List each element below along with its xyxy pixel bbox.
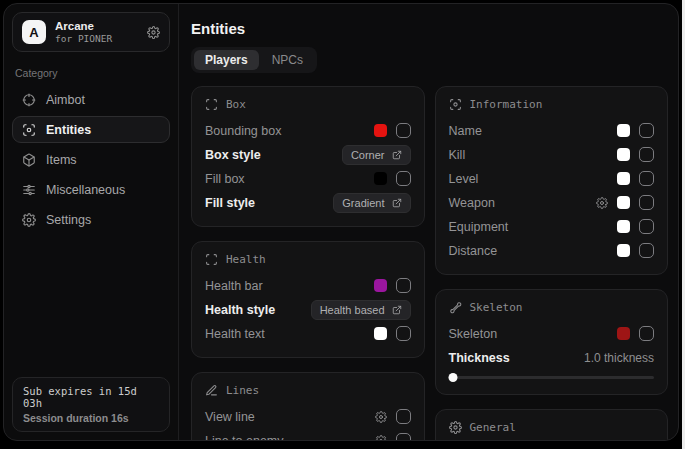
- card-general: General Visibility check Max distance: [435, 409, 669, 440]
- slider-track: [449, 376, 655, 379]
- weapon-checkbox[interactable]: [639, 195, 654, 210]
- row-thickness: Thickness 1.0 thickness: [449, 346, 655, 369]
- sidebar-item-miscellaneous[interactable]: Miscellaneous: [12, 176, 170, 203]
- gear-icon[interactable]: [596, 197, 608, 209]
- row-box-style: Box style Corner: [205, 143, 411, 166]
- row-equipment: Equipment: [449, 215, 655, 238]
- session-duration-text: Session duration 16s: [23, 412, 159, 424]
- row-label: Thickness: [449, 351, 510, 365]
- row-label: Health bar: [205, 279, 263, 293]
- card-health-header: Health: [205, 253, 411, 266]
- fill-style-dropdown[interactable]: Gradient: [333, 193, 410, 213]
- color-swatch[interactable]: [374, 279, 387, 292]
- main-panel: Entities Players NPCs Box Bounding box: [179, 4, 678, 440]
- bone-icon: [449, 301, 462, 314]
- view-line-checkbox[interactable]: [396, 409, 411, 424]
- subscription-info: Sub expires in 15d 03h Session duration …: [12, 377, 170, 432]
- row-label: View line: [205, 410, 255, 424]
- tab-players[interactable]: Players: [194, 50, 259, 70]
- equipment-checkbox[interactable]: [639, 219, 654, 234]
- health-style-dropdown[interactable]: Health based: [311, 300, 411, 320]
- brand-card: A Arcane for PIONER: [12, 12, 170, 52]
- sidebar-item-label: Entities: [46, 123, 91, 137]
- thickness-slider[interactable]: [449, 372, 655, 382]
- gear-icon[interactable]: [375, 435, 387, 441]
- sliders-icon: [22, 183, 36, 197]
- brand-logo: A: [22, 20, 46, 44]
- line-to-enemy-checkbox[interactable]: [396, 433, 411, 440]
- sidebar-item-label: Aimbot: [46, 93, 85, 107]
- scan-eye-icon: [449, 98, 462, 111]
- color-swatch[interactable]: [617, 148, 630, 161]
- sub-expiry-text: Sub expires in 15d 03h: [23, 385, 159, 409]
- row-label: Skeleton: [449, 327, 498, 341]
- color-swatch[interactable]: [617, 244, 630, 257]
- card-title: General: [470, 421, 516, 434]
- row-skeleton: Skeleton: [449, 322, 655, 345]
- row-distance: Distance: [449, 239, 655, 262]
- card-title: Box: [226, 98, 246, 111]
- card-skeleton: Skeleton Skeleton Thickness 1.0 thicknes…: [435, 289, 669, 395]
- app-window: A Arcane for PIONER Category Aimbot Enti…: [3, 3, 679, 441]
- color-swatch[interactable]: [617, 196, 630, 209]
- card-general-header: General: [449, 421, 655, 434]
- card-box-header: Box: [205, 98, 411, 111]
- card-health: Health Health bar Health style Health ba…: [191, 241, 425, 358]
- thickness-value: 1.0 thickness: [584, 351, 654, 365]
- color-swatch[interactable]: [617, 124, 630, 137]
- color-swatch[interactable]: [617, 220, 630, 233]
- color-swatch[interactable]: [617, 172, 630, 185]
- level-checkbox[interactable]: [639, 171, 654, 186]
- brand-subtitle: for PIONER: [55, 33, 138, 45]
- expand-icon: [392, 198, 402, 208]
- gear-icon[interactable]: [375, 411, 387, 423]
- card-title: Health: [226, 253, 266, 266]
- distance-checkbox[interactable]: [639, 243, 654, 258]
- dropdown-value: Health based: [320, 304, 385, 316]
- sidebar-item-aimbot[interactable]: Aimbot: [12, 86, 170, 113]
- fill-box-checkbox[interactable]: [396, 171, 411, 186]
- color-swatch[interactable]: [374, 124, 387, 137]
- color-swatch[interactable]: [374, 327, 387, 340]
- expand-icon: [392, 305, 402, 315]
- card-information-header: Information: [449, 98, 655, 111]
- row-label: Equipment: [449, 220, 509, 234]
- row-line-to-enemy: Line to enemy: [205, 429, 411, 440]
- row-bounding-box: Bounding box: [205, 119, 411, 142]
- card-title: Lines: [226, 384, 259, 397]
- category-label: Category: [15, 67, 170, 79]
- sidebar-item-items[interactable]: Items: [12, 146, 170, 173]
- dropdown-value: Corner: [351, 149, 385, 161]
- brand-name: Arcane: [55, 19, 138, 33]
- row-label: Level: [449, 172, 479, 186]
- health-bar-checkbox[interactable]: [396, 278, 411, 293]
- bounding-box-checkbox[interactable]: [396, 123, 411, 138]
- tab-npcs[interactable]: NPCs: [261, 50, 314, 70]
- name-checkbox[interactable]: [639, 123, 654, 138]
- sidebar: A Arcane for PIONER Category Aimbot Enti…: [4, 4, 179, 440]
- expand-icon: [392, 150, 402, 160]
- row-label: Bounding box: [205, 124, 281, 138]
- gear-icon: [449, 421, 462, 434]
- row-kill: Kill: [449, 143, 655, 166]
- sidebar-item-settings[interactable]: Settings: [12, 206, 170, 233]
- pencil-line-icon: [205, 384, 218, 397]
- skeleton-checkbox[interactable]: [639, 326, 654, 341]
- color-swatch[interactable]: [617, 327, 630, 340]
- left-column: Box Bounding box Box style Corner: [191, 86, 425, 440]
- health-text-checkbox[interactable]: [396, 326, 411, 341]
- tab-bar: Players NPCs: [191, 47, 317, 73]
- row-level: Level: [449, 167, 655, 190]
- sidebar-item-label: Settings: [46, 213, 91, 227]
- row-health-style: Health style Health based: [205, 298, 411, 321]
- row-health-text: Health text: [205, 322, 411, 345]
- gear-icon[interactable]: [147, 26, 160, 39]
- box-style-dropdown[interactable]: Corner: [342, 145, 411, 165]
- kill-checkbox[interactable]: [639, 147, 654, 162]
- card-lines-header: Lines: [205, 384, 411, 397]
- row-view-line: View line: [205, 405, 411, 428]
- color-swatch[interactable]: [374, 172, 387, 185]
- sidebar-item-entities[interactable]: Entities: [12, 116, 170, 143]
- row-health-bar: Health bar: [205, 274, 411, 297]
- slider-thumb[interactable]: [448, 373, 457, 382]
